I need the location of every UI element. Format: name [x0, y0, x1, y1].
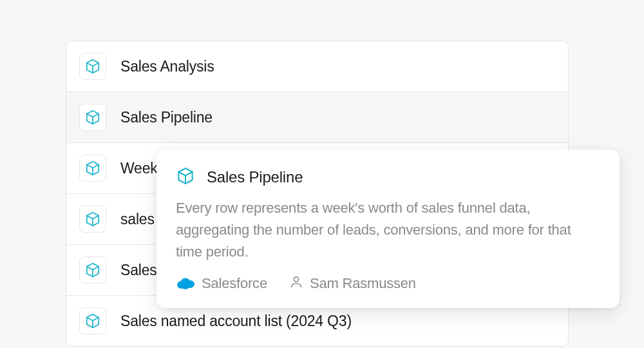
popover-meta: Salesforce Sam Rasmussen	[176, 275, 600, 293]
list-item[interactable]: Sales Analysis	[66, 41, 568, 92]
list-item[interactable]: Sales Pipeline	[66, 92, 568, 143]
list-item-label: Sales Pipeline	[120, 109, 213, 126]
popover-title: Sales Pipeline	[207, 168, 303, 186]
salesforce-icon	[176, 276, 195, 291]
svg-point-3	[182, 283, 189, 289]
cube-icon	[79, 206, 106, 233]
cube-icon	[79, 104, 106, 131]
list-item-label: Sales	[120, 262, 157, 279]
svg-point-4	[294, 277, 298, 282]
popover-header: Sales Pipeline	[176, 166, 600, 188]
cube-icon	[176, 166, 195, 188]
dataset-popover: Sales Pipeline Every row represents a we…	[156, 150, 620, 308]
cube-icon	[79, 307, 106, 334]
user-icon	[289, 275, 303, 293]
list-item-label: Sales named account list (2024 Q3)	[120, 313, 352, 330]
cube-icon	[79, 53, 106, 80]
popover-description: Every row represents a week's worth of s…	[176, 197, 600, 263]
popover-owner: Sam Rasmussen	[289, 275, 416, 293]
cube-icon	[79, 256, 106, 284]
popover-source-label: Salesforce	[202, 275, 267, 292]
popover-owner-label: Sam Rasmussen	[310, 275, 416, 292]
popover-source: Salesforce	[176, 275, 267, 292]
cube-icon	[79, 155, 106, 182]
list-item-label: sales	[120, 211, 155, 228]
list-item-label: Sales Analysis	[120, 58, 214, 75]
